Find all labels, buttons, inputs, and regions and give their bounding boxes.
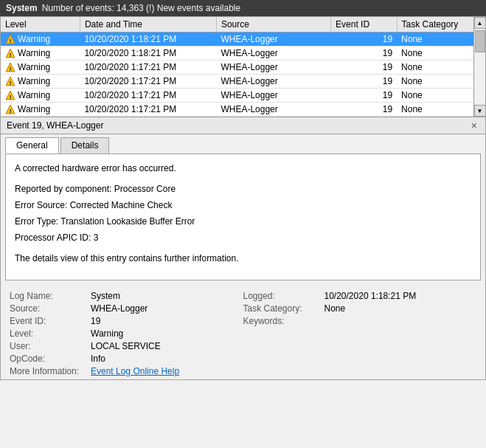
metadata-row: Task Category:None bbox=[243, 303, 477, 314]
metadata-value: WHEA-Logger bbox=[91, 303, 147, 314]
top-bar: System Number of events: 14,363 (!) New … bbox=[0, 0, 486, 16]
detail-message: A corrected hardware error has occurred.… bbox=[15, 162, 471, 265]
metadata-value: 19 bbox=[91, 316, 100, 326]
metadata-row: Log Name:System bbox=[10, 291, 243, 301]
message-line: Error Source: Corrected Machine Check bbox=[15, 199, 471, 212]
detail-header: Event 19, WHEA-Logger × bbox=[1, 117, 485, 134]
metadata-value: System bbox=[91, 291, 120, 301]
cell-datetime: 10/20/2020 1:17:21 PM bbox=[80, 89, 216, 103]
metadata-value[interactable]: Event Log Online Help bbox=[91, 366, 179, 376]
metadata-label: Log Name: bbox=[10, 291, 91, 301]
cell-datetime: 10/20/2020 1:18:21 PM bbox=[80, 46, 216, 61]
metadata-value: LOCAL SERVICE bbox=[91, 341, 161, 351]
metadata-value: Info bbox=[91, 354, 105, 364]
metadata-row: OpCode:Info bbox=[10, 354, 243, 364]
scroll-down-button[interactable]: ▼ bbox=[474, 105, 486, 117]
scroll-thumb[interactable] bbox=[475, 30, 485, 52]
cell-source: WHEA-Logger bbox=[216, 75, 330, 89]
cell-source: WHEA-Logger bbox=[216, 89, 330, 103]
table-row[interactable]: ! Warning10/20/2020 1:17:21 PMWHEA-Logge… bbox=[1, 75, 485, 89]
tab-details[interactable]: Details bbox=[60, 137, 110, 154]
svg-text:!: ! bbox=[10, 80, 12, 86]
warning-icon: ! bbox=[5, 34, 15, 44]
metadata-row: More Information:Event Log Online Help bbox=[10, 366, 243, 376]
table-row[interactable]: ! Warning10/20/2020 1:18:21 PMWHEA-Logge… bbox=[1, 46, 485, 61]
metadata-right-col: Logged:10/20/2020 1:18:21 PMTask Categor… bbox=[243, 291, 477, 376]
metadata-row: Keywords: bbox=[243, 316, 477, 326]
warning-icon: ! bbox=[5, 62, 15, 72]
metadata-section: Log Name:SystemSource:WHEA-LoggerEvent I… bbox=[1, 285, 485, 379]
cell-datetime: 10/20/2020 1:17:21 PM bbox=[80, 61, 216, 75]
detail-content-box: A corrected hardware error has occurred.… bbox=[5, 154, 481, 280]
metadata-label: User: bbox=[10, 341, 91, 351]
cell-category: None bbox=[397, 103, 485, 117]
message-line: Processor APIC ID: 3 bbox=[15, 231, 471, 244]
cell-datetime: 10/20/2020 1:18:21 PM bbox=[80, 32, 216, 46]
metadata-left-col: Log Name:SystemSource:WHEA-LoggerEvent I… bbox=[10, 291, 243, 376]
metadata-label: OpCode: bbox=[10, 354, 91, 364]
warning-icon: ! bbox=[5, 90, 15, 100]
col-header-eventid[interactable]: Event ID bbox=[331, 17, 398, 32]
metadata-label: Keywords: bbox=[243, 316, 324, 326]
cell-source: WHEA-Logger bbox=[216, 32, 330, 46]
cell-level: ! Warning bbox=[1, 75, 80, 89]
cell-level: ! Warning bbox=[1, 32, 80, 46]
cell-level: ! Warning bbox=[1, 61, 80, 75]
table-row[interactable]: ! Warning10/20/2020 1:18:21 PMWHEA-Logge… bbox=[1, 32, 485, 46]
cell-datetime: 10/20/2020 1:17:21 PM bbox=[80, 103, 216, 117]
event-list-panel: Level Date and Time Source Event ID Task… bbox=[0, 16, 486, 117]
svg-text:!: ! bbox=[10, 52, 12, 58]
message-line: The details view of this entry contains … bbox=[15, 252, 471, 265]
event-count-label: Number of events: 14,363 (!) New events … bbox=[42, 3, 240, 13]
warning-icon: ! bbox=[5, 76, 15, 86]
system-title: System bbox=[6, 3, 38, 13]
cell-source: WHEA-Logger bbox=[216, 61, 330, 75]
cell-category: None bbox=[397, 46, 485, 61]
warning-icon: ! bbox=[5, 48, 15, 58]
svg-text:!: ! bbox=[10, 94, 12, 100]
metadata-label: Source: bbox=[10, 303, 91, 314]
metadata-row: Level:Warning bbox=[10, 328, 243, 339]
cell-level: ! Warning bbox=[1, 89, 80, 103]
cell-eventid: 19 bbox=[331, 46, 398, 61]
svg-text:!: ! bbox=[10, 66, 12, 72]
metadata-value: Warning bbox=[91, 328, 123, 339]
cell-level: ! Warning bbox=[1, 103, 80, 117]
warning-icon: ! bbox=[5, 104, 15, 114]
cell-category: None bbox=[397, 61, 485, 75]
cell-category: None bbox=[397, 32, 485, 46]
svg-text:!: ! bbox=[10, 38, 12, 44]
metadata-label: Task Category: bbox=[243, 303, 324, 314]
svg-text:!: ! bbox=[10, 108, 12, 114]
table-row[interactable]: ! Warning10/20/2020 1:17:21 PMWHEA-Logge… bbox=[1, 103, 485, 117]
cell-source: WHEA-Logger bbox=[216, 103, 330, 117]
table-row[interactable]: ! Warning10/20/2020 1:17:21 PMWHEA-Logge… bbox=[1, 61, 485, 75]
col-header-taskcategory[interactable]: Task Category bbox=[397, 17, 485, 32]
metadata-label: More Information: bbox=[10, 366, 91, 376]
detail-panel: Event 19, WHEA-Logger × General Details … bbox=[0, 117, 486, 380]
cell-eventid: 19 bbox=[331, 61, 398, 75]
metadata-label: Logged: bbox=[243, 291, 324, 301]
col-header-source[interactable]: Source bbox=[216, 17, 330, 32]
event-table: Level Date and Time Source Event ID Task… bbox=[1, 17, 485, 117]
cell-eventid: 19 bbox=[331, 89, 398, 103]
cell-eventid: 19 bbox=[331, 32, 398, 46]
detail-tabs: General Details bbox=[1, 134, 485, 154]
metadata-value: 10/20/2020 1:18:21 PM bbox=[324, 291, 417, 301]
metadata-row: User:LOCAL SERVICE bbox=[10, 341, 243, 351]
message-line: A corrected hardware error has occurred. bbox=[15, 162, 471, 175]
message-line: Reported by component: Processor Core bbox=[15, 182, 471, 196]
close-button[interactable]: × bbox=[469, 120, 479, 131]
metadata-value: None bbox=[324, 303, 346, 314]
table-header-row: Level Date and Time Source Event ID Task… bbox=[1, 17, 485, 32]
detail-title: Event 19, WHEA-Logger bbox=[7, 120, 103, 131]
scroll-up-button[interactable]: ▲ bbox=[474, 17, 486, 29]
col-header-datetime[interactable]: Date and Time bbox=[80, 17, 216, 32]
message-line: Error Type: Translation Lookaside Buffer… bbox=[15, 215, 471, 228]
tab-general[interactable]: General bbox=[5, 137, 59, 154]
metadata-row: Event ID:19 bbox=[10, 316, 243, 326]
col-header-level[interactable]: Level bbox=[1, 17, 80, 32]
vertical-scrollbar[interactable]: ▲ ▼ bbox=[473, 17, 485, 117]
table-row[interactable]: ! Warning10/20/2020 1:17:21 PMWHEA-Logge… bbox=[1, 89, 485, 103]
cell-category: None bbox=[397, 75, 485, 89]
